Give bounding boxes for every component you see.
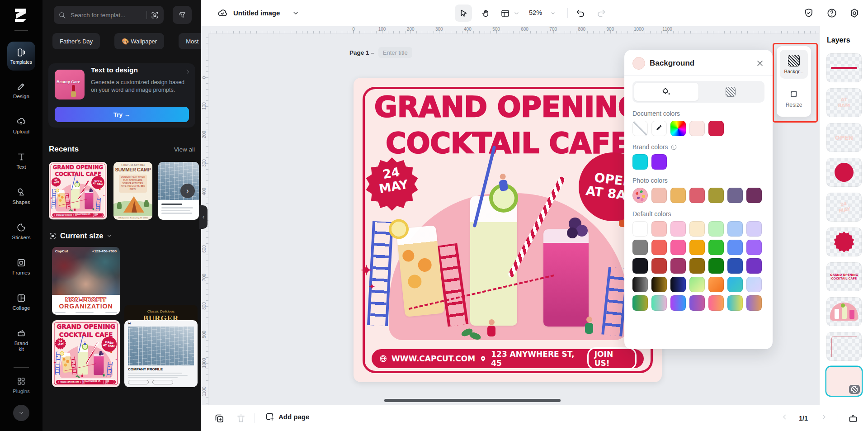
background-tool-button[interactable]: Backgr...: [780, 50, 808, 79]
tag-chip-1[interactable]: Father's Day: [52, 33, 100, 49]
color-swatch[interactable]: [746, 221, 762, 237]
color-swatch[interactable]: [727, 295, 743, 311]
size-thumb-grand-opening[interactable]: GRAND OPENINGCOCKTAIL CAFE✦✦✦24MAYOPENAT…: [52, 320, 120, 387]
poster-footer-bar[interactable]: WWW.CAPCUT.COM123 ANYWHERE ST, 45JOIN US…: [56, 380, 116, 384]
color-swatch[interactable]: [727, 258, 743, 274]
sidebar-item-stickers[interactable]: Stickers: [0, 223, 42, 241]
hand-tool-button[interactable]: [477, 5, 494, 22]
color-swatch[interactable]: [708, 295, 724, 311]
info-icon[interactable]: [670, 144, 677, 151]
redo-icon[interactable]: [596, 8, 607, 19]
sidebar-item-design[interactable]: Design: [0, 81, 42, 99]
color-swatch[interactable]: [651, 221, 667, 237]
color-swatch[interactable]: [670, 240, 686, 255]
color-swatch[interactable]: [651, 258, 667, 274]
color-swatch[interactable]: [727, 221, 743, 237]
duplicate-page-icon[interactable]: [214, 413, 225, 424]
present-icon[interactable]: [848, 413, 859, 424]
color-swatch[interactable]: [689, 121, 705, 136]
color-swatch[interactable]: [746, 258, 762, 274]
color-swatch[interactable]: [727, 277, 743, 292]
color-swatch[interactable]: [708, 258, 724, 274]
color-swatch[interactable]: [689, 221, 705, 237]
color-swatch[interactable]: [746, 240, 762, 255]
tag-chip-2[interactable]: 🎨 Wallpaper: [114, 33, 164, 49]
tab-color-fill[interactable]: [634, 83, 698, 101]
sidebar-item-upload[interactable]: Upload: [0, 117, 42, 135]
sidebar-item-plugins[interactable]: Plugins: [0, 376, 42, 394]
text-to-design-card[interactable]: Beauty Care Text to design Generate a cu…: [48, 63, 195, 128]
search-bar[interactable]: [54, 6, 164, 24]
resize-tool-button[interactable]: Resize: [780, 84, 808, 112]
rainbow-swatch[interactable]: [670, 121, 686, 136]
color-swatch[interactable]: [708, 221, 724, 237]
recent-thumb-summer-camp[interactable]: 1 JULY - 10 JULY 2024 SUMMER CAMP OUTDOO…: [113, 162, 152, 220]
color-swatch[interactable]: [689, 295, 705, 311]
scroll-right-button[interactable]: ›: [180, 184, 195, 198]
size-thumb-capcut-company[interactable]: ⧓ COMPANY PROFILE: [124, 320, 198, 387]
poster-title-1[interactable]: GRAND OPENING: [354, 90, 662, 123]
poster-footer-bar[interactable]: WWW.CAPCUT.COM123 ANYWHERE ST, 45JOIN US…: [372, 349, 644, 368]
poster-title-1[interactable]: GRAND OPENING: [49, 164, 107, 171]
color-swatch[interactable]: [632, 154, 648, 170]
recent-thumb-grand-opening[interactable]: GRAND OPENINGCOCKTAIL CAFE✦✦✦24MAYOPENAT…: [49, 162, 107, 220]
color-swatch[interactable]: [689, 277, 705, 292]
search-input[interactable]: [70, 11, 143, 19]
current-size-header[interactable]: Current size: [49, 232, 195, 240]
color-swatch[interactable]: [689, 240, 705, 255]
shield-check-icon[interactable]: [803, 8, 814, 19]
color-swatch[interactable]: [727, 240, 743, 255]
color-swatch[interactable]: [632, 221, 648, 237]
color-swatch[interactable]: [689, 188, 705, 203]
color-swatch[interactable]: [689, 258, 705, 274]
layer-item-6-starburst[interactable]: [826, 227, 862, 256]
size-thumb-non-profit[interactable]: CapCut +123-456-7090 NON-PROFIT ORGANIZA…: [52, 247, 120, 315]
chevron-right-icon[interactable]: [184, 69, 191, 75]
poster-title-1[interactable]: GRAND OPENING: [52, 323, 120, 330]
color-swatch[interactable]: [727, 188, 743, 203]
sidebar-item-templates[interactable]: Templates: [7, 42, 35, 71]
color-swatch[interactable]: [708, 121, 724, 136]
undo-icon[interactable]: [575, 8, 586, 19]
panel-collapse-handle[interactable]: ‹: [199, 205, 208, 229]
sidebar-item-text[interactable]: Text: [0, 152, 42, 170]
color-swatch[interactable]: [670, 258, 686, 274]
next-page-button[interactable]: [820, 413, 828, 421]
color-swatch[interactable]: [632, 295, 648, 311]
layout-chevron-icon[interactable]: [514, 10, 519, 16]
eyedropper-swatch[interactable]: [651, 121, 667, 136]
color-swatch[interactable]: [651, 240, 667, 255]
layer-item-9-frame[interactable]: [826, 332, 862, 361]
color-swatch[interactable]: [632, 240, 648, 255]
color-swatch[interactable]: [670, 295, 686, 311]
capcut-logo-icon[interactable]: [11, 5, 32, 26]
close-icon[interactable]: [755, 59, 764, 68]
poster-page[interactable]: GRAND OPENINGCOCKTAIL CAFE✦✦✦24MAYOPENAT…: [354, 78, 662, 382]
sidebar-item-collage[interactable]: Collage: [0, 293, 42, 311]
add-page-button[interactable]: Add page: [264, 412, 309, 422]
sidebar-item-frames[interactable]: Frames: [0, 258, 42, 276]
tag-chip-3[interactable]: Most: [179, 33, 201, 49]
document-title[interactable]: Untitled image: [233, 9, 280, 17]
color-swatch[interactable]: [708, 240, 724, 255]
layout-tool-button[interactable]: [498, 5, 512, 22]
prev-page-button[interactable]: [781, 413, 789, 421]
try-button[interactable]: Try →: [55, 107, 189, 122]
color-swatch[interactable]: [651, 188, 667, 203]
poster-design[interactable]: GRAND OPENINGCOCKTAIL CAFE✦✦✦24MAYOPENAT…: [49, 162, 107, 219]
sidebar-item-brandkit[interactable]: Brand kit: [0, 328, 42, 352]
photo-image-swatch[interactable]: [632, 188, 648, 203]
horizontal-scrollbar[interactable]: [384, 399, 561, 402]
layer-item-2-text[interactable]: AT8AM: [826, 88, 862, 117]
color-swatch[interactable]: [632, 277, 648, 292]
filter-button[interactable]: [173, 6, 192, 24]
color-swatch[interactable]: [670, 277, 686, 292]
color-swatch[interactable]: [708, 188, 724, 203]
poster-design[interactable]: GRAND OPENINGCOCKTAIL CAFE✦✦✦24MAYOPENAT…: [52, 320, 120, 387]
tab-transparent-fill[interactable]: [698, 83, 763, 101]
color-swatch[interactable]: [651, 154, 667, 170]
poster-footer-bar[interactable]: WWW.CAPCUT.COM123 ANYWHERE ST, 45JOIN US…: [52, 213, 104, 217]
layer-item-1-line[interactable]: [826, 53, 862, 82]
color-swatch[interactable]: [746, 277, 762, 292]
layer-item-7-text2[interactable]: GRAND OPENINGCOCKTAIL CAFE: [826, 262, 862, 291]
